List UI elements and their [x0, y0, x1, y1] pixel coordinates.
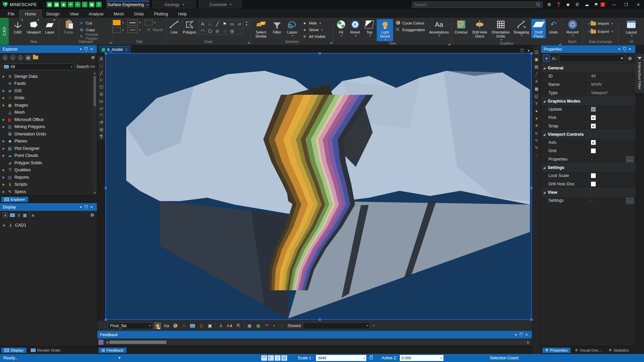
polygon-button[interactable]: Polygon [181, 19, 198, 34]
workspace-tab[interactable]: Customer ▾ [199, 1, 242, 8]
grid-checkbox[interactable] [591, 148, 596, 153]
property-row-drill-hole-disc[interactable]: Drill Hole Disc [541, 180, 635, 188]
scroll-up-icon[interactable]: ▲ [244, 20, 249, 23]
section-viewport-controls[interactable]: ◢Viewport Controls [541, 130, 635, 138]
snapshot-icon[interactable]: ◫ [533, 49, 540, 55]
pin-icon[interactable] [84, 47, 89, 51]
dialog-launcher-icon[interactable]: ◢ [248, 40, 250, 45]
scroll-thumb[interactable] [109, 341, 166, 344]
scroll-thumb[interactable] [94, 76, 96, 106]
selection-handle[interactable] [530, 52, 533, 55]
export-button[interactable]: ➜Export▾ [586, 28, 618, 35]
more-button[interactable]: ... [626, 197, 634, 204]
orientation-grids-button[interactable]: Orientation Grids ▾ [490, 19, 511, 41]
document-tab-b-model[interactable]: b_model ✕ [99, 46, 131, 53]
feedback-header[interactable]: Feedback ▾ ✕ [97, 331, 532, 339]
settings-gear-icon[interactable]: ⚙ [546, 2, 552, 7]
viewport-button[interactable]: ✶ Viewport [26, 19, 42, 34]
exaggeration-button[interactable]: ⇱Exaggeration [394, 27, 427, 33]
restore-button[interactable]: ❒ [621, 1, 632, 9]
menu-tab[interactable]: File [3, 10, 19, 18]
display-header[interactable]: Display ▾ ✕ [0, 203, 97, 211]
feedback-scrollbar[interactable]: ◀ ▶ [105, 340, 531, 345]
viewport-icon[interactable] [10, 214, 15, 217]
draw-tool-button[interactable]: ◌ [221, 27, 228, 35]
undo-button[interactable]: ↶ Undo [546, 19, 560, 34]
open-folder-icon[interactable] [33, 56, 38, 59]
active-z-input[interactable]: 0.000▾ [400, 355, 443, 361]
reset-view-button[interactable]: R Reset ▾ [348, 19, 362, 37]
tree-item[interactable]: ▶ ⬥ Planes [2, 138, 97, 145]
expand-arrow-icon[interactable]: ▶ [2, 183, 5, 186]
sun-icon[interactable]: ☀ [533, 122, 540, 129]
paragraph-tool-icon[interactable]: ¶ [98, 133, 105, 140]
app-launcher-icon[interactable]: ▩ [54, 2, 59, 7]
menu-tab[interactable]: Plotting [149, 10, 173, 18]
help-icon[interactable]: ❓ [555, 2, 561, 7]
workspace-tab[interactable]: Surface Engineering ▾ [106, 1, 149, 8]
ruler-pencil-icon[interactable]: ✎ [533, 144, 540, 151]
section-general[interactable]: ◢General [541, 64, 635, 72]
new-window-icon[interactable]: ▣ [207, 322, 213, 329]
workspace-tab[interactable]: Geology ▾ [153, 1, 196, 8]
secondary-colour-picker[interactable]: ▾ [145, 20, 166, 25]
menu-tab[interactable]: Mesh [109, 10, 129, 18]
layers-icon[interactable]: ≣ [17, 213, 20, 218]
expand-arrow-icon[interactable]: ▶ [2, 176, 5, 179]
draw-tool-button[interactable]: ▭ [228, 20, 236, 27]
expand-arrow-icon[interactable]: ▶ [2, 139, 5, 143]
selection-handle[interactable] [319, 52, 321, 55]
selection-handle[interactable] [105, 318, 107, 321]
menu-tab[interactable]: Help [173, 10, 192, 18]
property-row-id[interactable]: ID46 [541, 72, 635, 80]
details-view-icon[interactable]: ▤ [25, 55, 31, 61]
grid-view-icon[interactable]: ▦ [23, 213, 26, 218]
menu-tab[interactable]: Grids [129, 10, 149, 18]
categorized-view-icon[interactable]: ≡ [543, 55, 550, 62]
scroll-right-icon[interactable]: ▶ [526, 341, 531, 344]
tree-item[interactable]: ▶ ▤ Plot Designer [2, 145, 97, 152]
chevron-down-icon[interactable]: ▾ [78, 205, 84, 209]
property-row-grid[interactable]: Grid [541, 146, 635, 155]
menu-tab[interactable]: Design [42, 10, 65, 18]
tree-item[interactable]: ▶ ⚗ Qualities [2, 167, 97, 174]
pin-icon[interactable] [519, 333, 524, 337]
close-icon[interactable]: ✕ [524, 333, 529, 337]
dialog-launcher-icon[interactable]: ◢ [109, 40, 111, 45]
tree-item[interactable]: ▶ ✎ Specs [2, 188, 97, 195]
close-button[interactable]: ✕ [633, 1, 644, 9]
selection-handle[interactable] [319, 318, 321, 321]
disc-toggle-icon[interactable]: ⬯ [198, 322, 205, 329]
magnet-icon[interactable]: ∪ [533, 130, 540, 136]
dialog-launcher-icon[interactable]: ◢ [448, 42, 450, 47]
axis-lock-icon[interactable]: ⅄🔒 [226, 322, 233, 329]
line-style-picker[interactable]: ▾ [127, 20, 142, 25]
points-toggle-icon[interactable]: ∴ [180, 322, 187, 329]
line-tool-icon[interactable]: ╱ [98, 70, 105, 76]
property-row-snap[interactable]: Snap [541, 122, 635, 130]
screen-icon[interactable]: ◱ [533, 93, 540, 99]
menu-tab[interactable]: Home [19, 10, 41, 18]
app-launcher-icon[interactable]: ▦ [89, 2, 95, 7]
expand-arrow-icon[interactable]: ▶ [2, 89, 5, 93]
pick-checkbox[interactable] [591, 115, 596, 120]
all-visible-button[interactable]: ☀All Visible [301, 34, 327, 40]
cloud-icon[interactable]: ☁ [584, 2, 590, 7]
expand-arrow-icon[interactable]: ▶ [2, 190, 5, 193]
cad-button[interactable]: ✶ CAD [10, 19, 25, 34]
tree-item[interactable]: ▶ ◧ Microsoft Office [2, 116, 97, 123]
property-row-view-settings[interactable]: Settings-... [541, 196, 635, 204]
draw-tool-button[interactable]: ◎ [228, 27, 236, 35]
section-graphics-modes[interactable]: ◢Graphics Modes [541, 97, 635, 105]
update-checkbox[interactable] [591, 107, 596, 112]
home-icon[interactable]: ⌂ [2, 55, 8, 61]
pin-icon[interactable] [84, 205, 89, 209]
layer-button[interactable]: ✶ Layer [42, 19, 57, 34]
expand-arrow-icon[interactable]: ▶ [2, 104, 5, 107]
app-launcher-icon[interactable]: ∿ [75, 2, 80, 7]
expand-arrow-icon[interactable]: ▶ [2, 168, 5, 172]
filter-icon[interactable]: Y [533, 100, 540, 107]
property-row-pick[interactable]: Pick [541, 113, 635, 122]
snapping-button[interactable]: Snapping ▾ [512, 19, 530, 37]
image-icon[interactable]: ▣ [533, 56, 540, 62]
